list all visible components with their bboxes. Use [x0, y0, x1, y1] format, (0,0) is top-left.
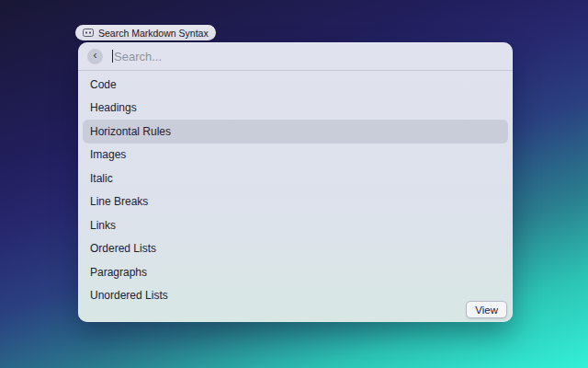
list-item[interactable]: Horizontal Rules: [83, 120, 508, 144]
view-button[interactable]: View: [466, 301, 507, 318]
list-item[interactable]: Links: [83, 213, 508, 237]
back-button[interactable]: ‹: [87, 49, 103, 64]
chevron-left-icon: ‹: [94, 50, 97, 61]
tooltip-badge: Search Markdown Syntax: [75, 25, 216, 40]
desktop-background: Search Markdown Syntax ‹ CodeHeadingsHor…: [0, 0, 588, 368]
list-item[interactable]: Paragraphs: [83, 260, 508, 284]
list-item[interactable]: Code: [83, 73, 508, 97]
list-item[interactable]: Italic: [83, 167, 508, 190]
list-item[interactable]: Line Breaks: [83, 190, 508, 214]
tooltip-label: Search Markdown Syntax: [98, 28, 209, 39]
list-item[interactable]: Headings: [83, 97, 508, 121]
text-caret: [112, 50, 113, 63]
keyboard-icon: [83, 29, 94, 37]
list-item[interactable]: Images: [83, 144, 508, 167]
list-item[interactable]: Ordered Lists: [83, 237, 508, 261]
search-bar: ‹: [78, 42, 513, 70]
search-input[interactable]: [114, 50, 503, 63]
list-item[interactable]: Unordered Lists: [83, 284, 508, 308]
syntax-list: CodeHeadingsHorizontal RulesImagesItalic…: [78, 71, 513, 307]
search-panel: ‹ CodeHeadingsHorizontal RulesImagesItal…: [78, 42, 513, 322]
